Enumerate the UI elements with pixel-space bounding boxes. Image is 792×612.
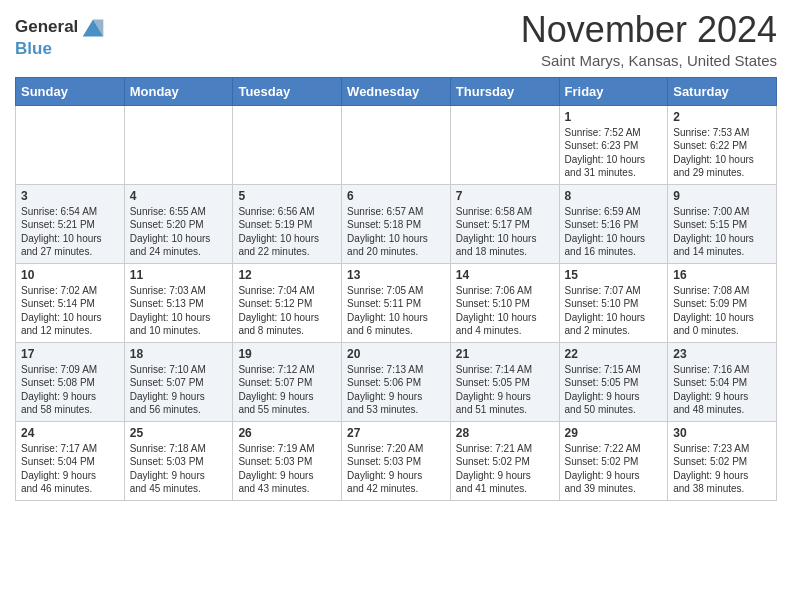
day-number: 21 <box>456 347 554 361</box>
cell-text: Sunrise: 7:13 AMSunset: 5:06 PMDaylight:… <box>347 363 445 417</box>
col-friday: Friday <box>559 77 668 105</box>
cell-text: Sunrise: 7:22 AMSunset: 5:02 PMDaylight:… <box>565 442 663 496</box>
cell-text: Sunrise: 7:07 AMSunset: 5:10 PMDaylight:… <box>565 284 663 338</box>
calendar-cell: 29Sunrise: 7:22 AMSunset: 5:02 PMDayligh… <box>559 421 668 500</box>
cell-text: Sunrise: 7:16 AMSunset: 5:04 PMDaylight:… <box>673 363 771 417</box>
cell-text: Sunrise: 7:19 AMSunset: 5:03 PMDaylight:… <box>238 442 336 496</box>
month-title: November 2024 <box>521 10 777 50</box>
calendar-cell: 26Sunrise: 7:19 AMSunset: 5:03 PMDayligh… <box>233 421 342 500</box>
day-number: 13 <box>347 268 445 282</box>
cell-text: Sunrise: 7:52 AMSunset: 6:23 PMDaylight:… <box>565 126 663 180</box>
calendar-cell: 17Sunrise: 7:09 AMSunset: 5:08 PMDayligh… <box>16 342 125 421</box>
calendar-cell: 12Sunrise: 7:04 AMSunset: 5:12 PMDayligh… <box>233 263 342 342</box>
logo-blue: Blue <box>15 40 107 59</box>
cell-text: Sunrise: 7:06 AMSunset: 5:10 PMDaylight:… <box>456 284 554 338</box>
cell-text: Sunrise: 7:09 AMSunset: 5:08 PMDaylight:… <box>21 363 119 417</box>
location: Saint Marys, Kansas, United States <box>521 52 777 69</box>
cell-text: Sunrise: 7:05 AMSunset: 5:11 PMDaylight:… <box>347 284 445 338</box>
day-number: 6 <box>347 189 445 203</box>
calendar-cell: 3Sunrise: 6:54 AMSunset: 5:21 PMDaylight… <box>16 184 125 263</box>
calendar-week-row: 10Sunrise: 7:02 AMSunset: 5:14 PMDayligh… <box>16 263 777 342</box>
calendar-cell: 15Sunrise: 7:07 AMSunset: 5:10 PMDayligh… <box>559 263 668 342</box>
calendar-cell: 23Sunrise: 7:16 AMSunset: 5:04 PMDayligh… <box>668 342 777 421</box>
day-number: 30 <box>673 426 771 440</box>
cell-text: Sunrise: 6:54 AMSunset: 5:21 PMDaylight:… <box>21 205 119 259</box>
calendar-cell: 10Sunrise: 7:02 AMSunset: 5:14 PMDayligh… <box>16 263 125 342</box>
logo-general: General <box>15 17 78 36</box>
day-number: 1 <box>565 110 663 124</box>
calendar-cell: 30Sunrise: 7:23 AMSunset: 5:02 PMDayligh… <box>668 421 777 500</box>
cell-text: Sunrise: 6:55 AMSunset: 5:20 PMDaylight:… <box>130 205 228 259</box>
calendar-cell: 13Sunrise: 7:05 AMSunset: 5:11 PMDayligh… <box>342 263 451 342</box>
calendar-cell: 21Sunrise: 7:14 AMSunset: 5:05 PMDayligh… <box>450 342 559 421</box>
day-number: 14 <box>456 268 554 282</box>
day-number: 10 <box>21 268 119 282</box>
cell-text: Sunrise: 6:56 AMSunset: 5:19 PMDaylight:… <box>238 205 336 259</box>
calendar-cell <box>233 105 342 184</box>
day-number: 18 <box>130 347 228 361</box>
day-number: 16 <box>673 268 771 282</box>
calendar-body: 1Sunrise: 7:52 AMSunset: 6:23 PMDaylight… <box>16 105 777 500</box>
col-wednesday: Wednesday <box>342 77 451 105</box>
calendar-cell: 8Sunrise: 6:59 AMSunset: 5:16 PMDaylight… <box>559 184 668 263</box>
cell-text: Sunrise: 7:10 AMSunset: 5:07 PMDaylight:… <box>130 363 228 417</box>
title-block: November 2024 Saint Marys, Kansas, Unite… <box>521 10 777 69</box>
header: General Blue November 2024 Saint Marys, … <box>15 10 777 69</box>
cell-text: Sunrise: 7:23 AMSunset: 5:02 PMDaylight:… <box>673 442 771 496</box>
page: General Blue November 2024 Saint Marys, … <box>0 0 792 516</box>
cell-text: Sunrise: 7:12 AMSunset: 5:07 PMDaylight:… <box>238 363 336 417</box>
cell-text: Sunrise: 7:18 AMSunset: 5:03 PMDaylight:… <box>130 442 228 496</box>
calendar-cell: 25Sunrise: 7:18 AMSunset: 5:03 PMDayligh… <box>124 421 233 500</box>
calendar-cell: 11Sunrise: 7:03 AMSunset: 5:13 PMDayligh… <box>124 263 233 342</box>
calendar-week-row: 1Sunrise: 7:52 AMSunset: 6:23 PMDaylight… <box>16 105 777 184</box>
calendar-week-row: 24Sunrise: 7:17 AMSunset: 5:04 PMDayligh… <box>16 421 777 500</box>
day-number: 20 <box>347 347 445 361</box>
calendar-cell: 16Sunrise: 7:08 AMSunset: 5:09 PMDayligh… <box>668 263 777 342</box>
calendar-cell <box>450 105 559 184</box>
calendar-cell <box>342 105 451 184</box>
day-number: 2 <box>673 110 771 124</box>
day-number: 26 <box>238 426 336 440</box>
cell-text: Sunrise: 7:15 AMSunset: 5:05 PMDaylight:… <box>565 363 663 417</box>
calendar-cell <box>124 105 233 184</box>
day-number: 3 <box>21 189 119 203</box>
calendar-cell: 18Sunrise: 7:10 AMSunset: 5:07 PMDayligh… <box>124 342 233 421</box>
logo-icon <box>79 16 107 40</box>
col-saturday: Saturday <box>668 77 777 105</box>
day-number: 23 <box>673 347 771 361</box>
cell-text: Sunrise: 7:21 AMSunset: 5:02 PMDaylight:… <box>456 442 554 496</box>
day-number: 11 <box>130 268 228 282</box>
col-sunday: Sunday <box>16 77 125 105</box>
day-number: 15 <box>565 268 663 282</box>
cell-text: Sunrise: 7:02 AMSunset: 5:14 PMDaylight:… <box>21 284 119 338</box>
col-thursday: Thursday <box>450 77 559 105</box>
cell-text: Sunrise: 6:58 AMSunset: 5:17 PMDaylight:… <box>456 205 554 259</box>
calendar-cell: 24Sunrise: 7:17 AMSunset: 5:04 PMDayligh… <box>16 421 125 500</box>
day-number: 29 <box>565 426 663 440</box>
col-tuesday: Tuesday <box>233 77 342 105</box>
calendar-cell: 4Sunrise: 6:55 AMSunset: 5:20 PMDaylight… <box>124 184 233 263</box>
day-number: 17 <box>21 347 119 361</box>
calendar-cell: 14Sunrise: 7:06 AMSunset: 5:10 PMDayligh… <box>450 263 559 342</box>
cell-text: Sunrise: 7:08 AMSunset: 5:09 PMDaylight:… <box>673 284 771 338</box>
cell-text: Sunrise: 6:57 AMSunset: 5:18 PMDaylight:… <box>347 205 445 259</box>
day-number: 8 <box>565 189 663 203</box>
calendar-header-row: Sunday Monday Tuesday Wednesday Thursday… <box>16 77 777 105</box>
cell-text: Sunrise: 6:59 AMSunset: 5:16 PMDaylight:… <box>565 205 663 259</box>
day-number: 25 <box>130 426 228 440</box>
cell-text: Sunrise: 7:14 AMSunset: 5:05 PMDaylight:… <box>456 363 554 417</box>
calendar-cell: 6Sunrise: 6:57 AMSunset: 5:18 PMDaylight… <box>342 184 451 263</box>
col-monday: Monday <box>124 77 233 105</box>
day-number: 12 <box>238 268 336 282</box>
logo: General Blue <box>15 16 107 59</box>
calendar-cell: 2Sunrise: 7:53 AMSunset: 6:22 PMDaylight… <box>668 105 777 184</box>
calendar-cell <box>16 105 125 184</box>
cell-text: Sunrise: 7:00 AMSunset: 5:15 PMDaylight:… <box>673 205 771 259</box>
cell-text: Sunrise: 7:17 AMSunset: 5:04 PMDaylight:… <box>21 442 119 496</box>
day-number: 24 <box>21 426 119 440</box>
cell-text: Sunrise: 7:03 AMSunset: 5:13 PMDaylight:… <box>130 284 228 338</box>
calendar-cell: 27Sunrise: 7:20 AMSunset: 5:03 PMDayligh… <box>342 421 451 500</box>
day-number: 27 <box>347 426 445 440</box>
calendar-table: Sunday Monday Tuesday Wednesday Thursday… <box>15 77 777 501</box>
calendar-cell: 9Sunrise: 7:00 AMSunset: 5:15 PMDaylight… <box>668 184 777 263</box>
